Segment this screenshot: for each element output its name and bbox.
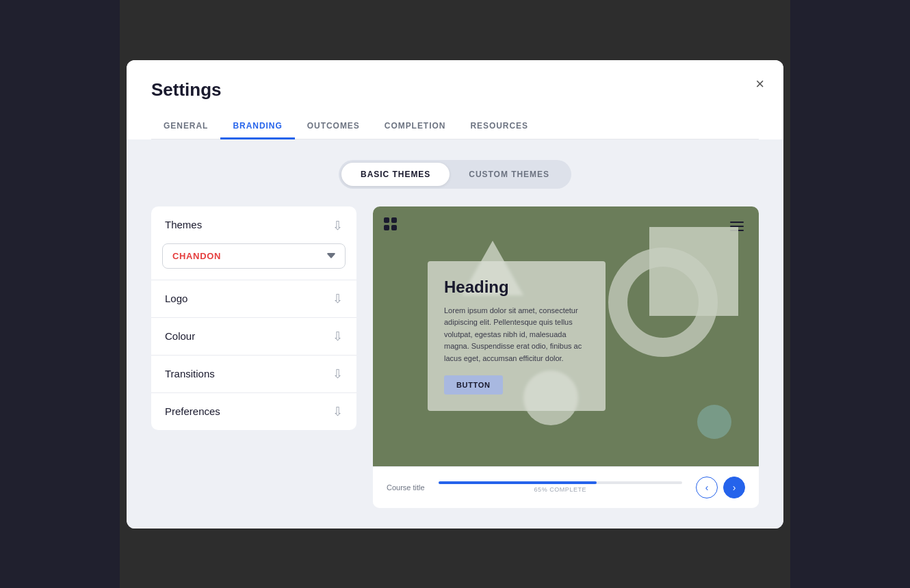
preview-logo <box>384 217 397 230</box>
progress-bar-fill <box>439 481 597 484</box>
logo-dot <box>391 225 397 230</box>
preferences-label: Preferences <box>165 405 220 417</box>
transitions-label: Transitions <box>165 368 215 379</box>
accordion-themes-header[interactable]: Themes ⇧ <box>151 206 356 243</box>
tab-resources[interactable]: RESOURCES <box>458 114 541 139</box>
tab-branding[interactable]: BRANDING <box>220 114 294 139</box>
logo-dot <box>384 217 389 223</box>
decorative-square <box>649 227 738 316</box>
accordion-themes: Themes ⇧ CHANDON <box>151 206 356 280</box>
logo-label: Logo <box>165 293 187 304</box>
preview-image: Heading Lorem ipsum dolor sit amet, cons… <box>373 206 759 466</box>
accordion-themes-content: CHANDON <box>151 243 356 280</box>
preview-card-button[interactable]: BUTTON <box>444 375 503 395</box>
progress-bar-wrap: 65% COMPLETE <box>439 481 682 493</box>
accordion-transitions: Transitions ⇩ <box>151 356 356 393</box>
decorative-ball-2 <box>697 405 731 439</box>
accordion-logo: Logo ⇩ <box>151 280 356 318</box>
logo-dot <box>391 217 397 223</box>
accordion-colour-header[interactable]: Colour ⇩ <box>151 318 356 355</box>
preview-panel: Heading Lorem ipsum dolor sit amet, cons… <box>373 206 759 508</box>
accordion-preferences: Preferences ⇩ <box>151 393 356 430</box>
chevron-down-icon: ⇩ <box>333 404 343 419</box>
chevron-down-icon: ⇩ <box>333 366 343 382</box>
accordion-preferences-header[interactable]: Preferences ⇩ <box>151 393 356 430</box>
preview-card-text: Lorem ipsum dolor sit amet, consectetur … <box>444 305 589 365</box>
chevron-down-icon: ⇩ <box>333 291 343 306</box>
tab-outcomes[interactable]: OUTCOMES <box>295 114 372 139</box>
themes-label: Themes <box>165 219 202 230</box>
chevron-up-icon: ⇧ <box>333 217 343 232</box>
chevron-down-icon: ⇩ <box>333 329 343 344</box>
prev-button[interactable]: ‹ <box>696 477 718 498</box>
course-title-label: Course title <box>387 483 425 492</box>
theme-select[interactable]: CHANDON <box>162 243 346 269</box>
left-panel: Themes ⇧ CHANDON Logo ⇩ <box>151 206 356 430</box>
preview-footer: Course title 65% COMPLETE ‹ › <box>373 466 759 508</box>
colour-label: Colour <box>165 330 195 342</box>
navigation-arrows: ‹ › <box>696 477 745 498</box>
custom-themes-button[interactable]: CUSTOM THEMES <box>450 163 569 186</box>
modal-header: Settings × GENERAL BRANDING OUTCOMES COM… <box>127 60 783 139</box>
content-row: Themes ⇧ CHANDON Logo ⇩ <box>151 206 759 508</box>
modal-title: Settings <box>151 79 759 101</box>
accordion-transitions-header[interactable]: Transitions ⇩ <box>151 356 356 392</box>
preview-card: Heading Lorem ipsum dolor sit amet, cons… <box>428 261 606 412</box>
menu-line <box>730 222 744 223</box>
progress-bar-background <box>439 481 682 484</box>
basic-themes-button[interactable]: BASIC THEMES <box>341 163 450 186</box>
accordion-colour: Colour ⇩ <box>151 318 356 356</box>
close-button[interactable]: × <box>755 77 764 92</box>
progress-label: 65% COMPLETE <box>439 486 682 493</box>
tab-general[interactable]: GENERAL <box>151 114 220 139</box>
settings-modal: Settings × GENERAL BRANDING OUTCOMES COM… <box>127 60 783 529</box>
theme-toggle-group: BASIC THEMES CUSTOM THEMES <box>339 160 571 189</box>
logo-dot <box>384 225 389 230</box>
preview-card-heading: Heading <box>444 278 589 297</box>
accordion-logo-header[interactable]: Logo ⇩ <box>151 280 356 317</box>
settings-tabs: GENERAL BRANDING OUTCOMES COMPLETION RES… <box>151 114 759 139</box>
modal-body: BASIC THEMES CUSTOM THEMES Themes ⇧ CHAN… <box>127 139 783 529</box>
next-button[interactable]: › <box>723 477 745 498</box>
theme-switcher: BASIC THEMES CUSTOM THEMES <box>151 160 759 189</box>
tab-completion[interactable]: COMPLETION <box>372 114 458 139</box>
